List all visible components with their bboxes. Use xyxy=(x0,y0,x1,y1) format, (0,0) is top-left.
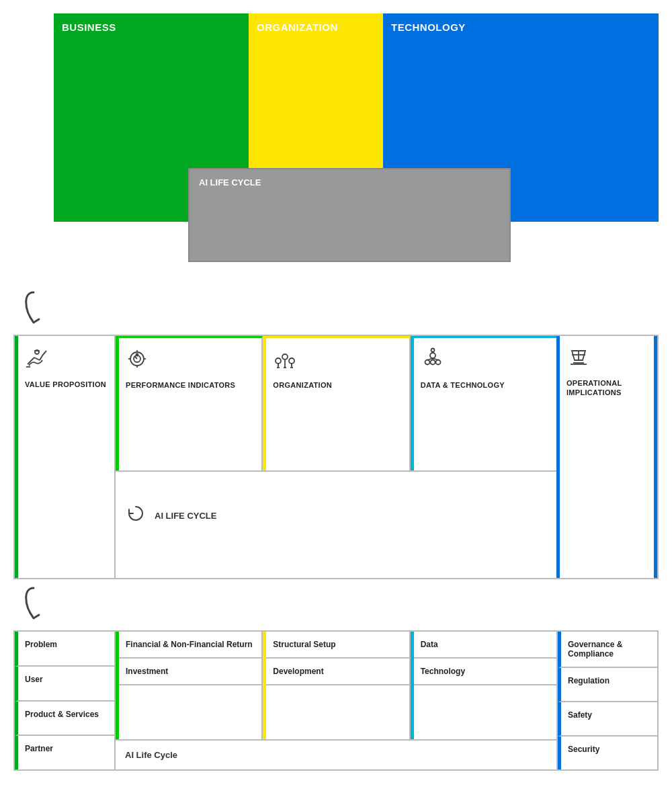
right-column: Governance & Compliance Regulation Safet… xyxy=(556,632,657,769)
operational-implications-card: OPERATIONAL IMPLICATIONS xyxy=(556,336,657,578)
left-item-partner: Partner xyxy=(15,736,114,769)
svg-point-3 xyxy=(136,354,138,356)
section2-inner-cards: PERFORMANCE INDICATORS xyxy=(116,336,556,472)
org-item-structural: Structural Setup xyxy=(266,632,409,659)
section2-main-row: VALUE PROPOSITION xyxy=(15,336,657,578)
organization-title: ORGANIZATION xyxy=(273,380,402,390)
ai-lifecycle-row-s2: AI LIFE CYCLE xyxy=(116,472,556,559)
data-item-empty xyxy=(414,685,556,739)
left-item-product-services: Product & Services xyxy=(15,702,114,737)
right-item-governance: Governance & Compliance xyxy=(558,632,657,668)
middle-top-rows: Financial & Non-Financial Return Investm… xyxy=(116,632,556,739)
organization-column: Structural Setup Development xyxy=(263,632,410,739)
technology-label: TECHNOLOGY xyxy=(391,22,466,33)
data-item-technology: Technology xyxy=(414,659,556,685)
section2-inner: PERFORMANCE INDICATORS xyxy=(116,336,556,578)
perf-item-empty xyxy=(119,685,261,739)
svg-point-5 xyxy=(282,354,288,360)
svg-point-15 xyxy=(435,360,440,365)
ai-lifecycle-label-top: AI LIFE CYCLE xyxy=(199,177,261,187)
value-proposition-icon xyxy=(25,345,108,374)
business-label: BUSINESS xyxy=(62,22,116,33)
arrow2-container xyxy=(20,585,659,625)
perf-item-investment: Investment xyxy=(119,659,261,685)
arrow1-icon xyxy=(20,289,67,329)
operational-icon xyxy=(566,345,647,373)
data-technology-card: DATA & TECHNOLOGY xyxy=(411,336,556,470)
value-proposition-card: VALUE PROPOSITION xyxy=(15,336,116,578)
organization-card-s2: ORGANIZATION xyxy=(263,336,410,470)
data-item-data: Data xyxy=(414,632,556,659)
svg-point-13 xyxy=(430,353,435,358)
section3-detail-grid: Problem User Product & Services Partner … xyxy=(13,630,659,771)
right-item-security: Security xyxy=(558,737,657,769)
perf-item-financial: Financial & Non-Financial Return xyxy=(119,632,261,659)
data-tech-icon xyxy=(421,347,550,375)
org-item-development: Development xyxy=(266,659,409,685)
arrow2-icon xyxy=(20,585,67,625)
performance-title: PERFORMANCE INDICATORS xyxy=(126,380,255,390)
organization-icon xyxy=(273,347,402,375)
svg-point-16 xyxy=(430,360,435,365)
data-technology-title: DATA & TECHNOLOGY xyxy=(421,380,550,390)
arrow1-container xyxy=(20,289,659,329)
value-proposition-title: VALUE PROPOSITION xyxy=(25,380,108,389)
svg-point-14 xyxy=(425,360,429,365)
right-item-safety: Safety xyxy=(558,702,657,737)
performance-icon xyxy=(126,347,255,375)
middle-columns: Financial & Non-Financial Return Investm… xyxy=(116,632,556,769)
lifecycle-icon-s2 xyxy=(125,503,146,529)
left-item-problem: Problem xyxy=(15,632,114,667)
lifecycle-label-s2: AI LIFE CYCLE xyxy=(155,511,216,521)
performance-indicators-card: PERFORMANCE INDICATORS xyxy=(116,336,263,470)
section1-top-blocks: BUSINESS ORGANIZATION TECHNOLOGY AI LIFE… xyxy=(13,13,659,262)
lifecycle-label-s3: AI Life Cycle xyxy=(125,750,177,760)
performance-column: Financial & Non-Financial Return Investm… xyxy=(116,632,263,739)
ai-lifecycle-box-top: AI LIFE CYCLE xyxy=(188,168,511,262)
org-item-empty xyxy=(266,685,409,739)
ai-lifecycle-row-s3: AI Life Cycle xyxy=(116,739,556,769)
svg-point-6 xyxy=(289,358,294,364)
operational-implications-title: OPERATIONAL IMPLICATIONS xyxy=(566,378,647,398)
organization-label: ORGANIZATION xyxy=(257,22,338,33)
right-item-regulation: Regulation xyxy=(558,668,657,702)
svg-point-20 xyxy=(431,349,434,352)
section2-framework: VALUE PROPOSITION xyxy=(13,335,659,579)
svg-point-4 xyxy=(276,358,281,364)
left-column: Problem User Product & Services Partner xyxy=(15,632,116,769)
left-item-user: User xyxy=(15,667,114,702)
data-column: Data Technology xyxy=(411,632,556,739)
